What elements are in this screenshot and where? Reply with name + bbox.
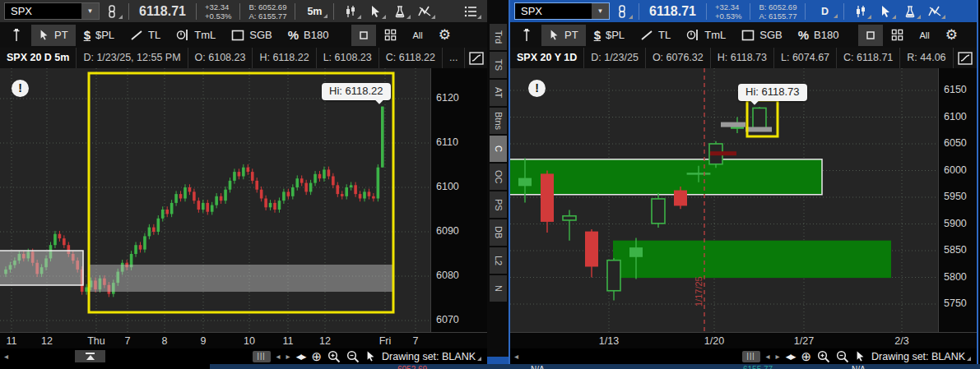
left-time-axis[interactable]: 1112Thu789101112Fri7 xyxy=(0,332,487,348)
settings-button[interactable]: ⚙ xyxy=(938,25,965,46)
sidebar-tab-oc[interactable]: OC xyxy=(490,164,507,190)
timeframe-button[interactable]: D xyxy=(810,2,839,20)
all-label: All xyxy=(919,30,929,40)
tool-profit-loss[interactable]: $ $PL xyxy=(77,25,122,46)
tool-label: SGB xyxy=(249,29,272,41)
scrollbar-grip[interactable]: ||| xyxy=(742,351,760,362)
symbol-value[interactable]: SPX xyxy=(5,3,81,19)
trendline-icon xyxy=(130,30,143,41)
price-tick-label: 6100 xyxy=(944,111,967,122)
pan-icon[interactable]: ◀▶ xyxy=(296,353,306,361)
tool-b180[interactable]: % B180 xyxy=(791,25,847,46)
symbol-input[interactable]: SPX ▼ xyxy=(514,2,610,20)
expand-lower-panel-button[interactable] xyxy=(75,350,105,362)
patterns-button[interactable] xyxy=(922,2,947,21)
tool-pointer[interactable]: PT xyxy=(31,25,76,46)
cursor-tool-button[interactable] xyxy=(363,2,388,21)
drawing-set-selector[interactable]: Drawing set: BLANK xyxy=(871,351,973,362)
sidebar-tab-db[interactable]: DB xyxy=(490,219,507,246)
pan-icon[interactable]: ◀▶ xyxy=(786,353,796,361)
sidebar-tab-n[interactable]: N xyxy=(490,275,507,302)
sidebar-tab-ts[interactable]: TS xyxy=(490,52,507,78)
candle-body xyxy=(354,185,357,194)
grid-icon xyxy=(891,29,903,41)
alert-icon[interactable]: ! xyxy=(12,80,29,97)
studies-button[interactable] xyxy=(898,2,922,21)
candle-body xyxy=(264,199,267,208)
symbol-dropdown-button[interactable]: ▼ xyxy=(81,3,99,19)
sidebar-tab-c[interactable]: C xyxy=(490,136,507,162)
tool-b180[interactable]: % B180 xyxy=(281,25,337,46)
patterns-button[interactable] xyxy=(412,2,437,21)
symbol-dropdown-button[interactable]: ▼ xyxy=(592,3,609,19)
zoom-out-icon[interactable] xyxy=(346,350,360,363)
candle-body xyxy=(179,194,183,198)
link-charts-button[interactable] xyxy=(100,2,124,21)
drawing-set-selector[interactable]: Drawing set: BLANK xyxy=(382,351,483,362)
tool-timeline[interactable]: TmL xyxy=(679,25,733,46)
zoom-in-icon[interactable] xyxy=(327,350,341,363)
divider xyxy=(295,3,295,20)
style-settings-button[interactable] xyxy=(464,48,487,68)
right-price-axis[interactable]: 615061006050600059505900585058005750 xyxy=(938,68,977,332)
chart-style-button[interactable] xyxy=(338,2,363,21)
sidebar-tab-l2[interactable]: L2 xyxy=(490,247,507,274)
cursor-tool-button[interactable] xyxy=(873,2,898,21)
tool-trendline[interactable]: TL xyxy=(123,25,168,46)
sidebar-tab-at[interactable]: AT xyxy=(490,80,507,106)
scroll-left-icon[interactable]: ◂ xyxy=(514,352,518,361)
sidebar-tab-trd[interactable]: Trd xyxy=(490,24,507,50)
left-price-axis[interactable]: 612061106100609060806070 xyxy=(430,68,487,332)
price-tick-label: 6120 xyxy=(436,92,459,104)
zoom-out-icon[interactable] xyxy=(836,350,849,363)
symbol-value[interactable]: SPX xyxy=(515,3,592,19)
symbol-input[interactable]: SPX ▼ xyxy=(4,2,100,20)
grid-view-button[interactable] xyxy=(377,25,404,46)
sidebar-tab-ps[interactable]: PS xyxy=(490,191,507,218)
tool-label: $PL xyxy=(606,29,625,41)
crosshair-icon[interactable]: ⊕ xyxy=(311,349,322,364)
status-more[interactable]: ... xyxy=(443,48,464,68)
left-chart-canvas[interactable] xyxy=(0,68,430,332)
status-high: H: 6118.22 xyxy=(253,48,316,68)
right-time-axis[interactable]: 1/131/201/272/3 xyxy=(510,332,977,348)
style-settings-button[interactable] xyxy=(953,48,977,68)
time-level-icon xyxy=(176,29,189,41)
crosshair-icon[interactable]: ⊕ xyxy=(801,349,811,364)
timeframe-button[interactable]: 5m xyxy=(300,2,329,20)
settings-button[interactable]: ⚙ xyxy=(431,25,458,46)
step-right-icon[interactable]: ▸ xyxy=(286,352,290,361)
tool-sgb[interactable]: SGB xyxy=(224,25,279,46)
pointer-mode-icon[interactable] xyxy=(855,350,866,362)
sidebar-tab-btns[interactable]: Btns xyxy=(490,108,507,134)
left-plot[interactable]: ! Hi: 6118.22 xyxy=(0,68,430,332)
candle-body xyxy=(53,234,57,246)
chart-style-button[interactable] xyxy=(848,2,873,21)
step-right-icon[interactable]: ▸ xyxy=(776,352,780,361)
pin-toolbar-button[interactable] xyxy=(513,25,541,46)
pin-toolbar-button[interactable] xyxy=(2,25,30,46)
link-charts-button[interactable] xyxy=(610,2,634,21)
single-view-button[interactable] xyxy=(858,25,883,46)
step-left-icon[interactable]: ◂ xyxy=(766,352,770,361)
tool-profit-loss[interactable]: $ $PL xyxy=(587,25,632,46)
all-button[interactable]: All xyxy=(405,25,430,46)
alert-icon[interactable]: ! xyxy=(528,80,546,97)
tool-pointer[interactable]: PT xyxy=(541,25,586,46)
pointer-mode-icon[interactable] xyxy=(365,350,376,362)
divider xyxy=(639,3,639,20)
single-view-button[interactable] xyxy=(351,25,376,46)
tool-trendline[interactable]: TL xyxy=(633,25,678,46)
tool-timeline[interactable]: TmL xyxy=(169,25,223,46)
scrollbar-grip[interactable]: ||| xyxy=(253,351,271,362)
grid-view-button[interactable] xyxy=(884,25,911,46)
studies-button[interactable] xyxy=(388,2,412,21)
right-chart-canvas[interactable]: 1/17/25 xyxy=(510,68,938,332)
right-plot[interactable]: 1/17/25 ! Hi: 6118.73 xyxy=(510,68,938,332)
tool-sgb[interactable]: SGB xyxy=(734,25,789,46)
zoom-in-icon[interactable] xyxy=(817,350,830,363)
step-left-icon[interactable]: ◂ xyxy=(276,352,281,361)
scroll-left-icon[interactable]: ◂ xyxy=(4,352,8,361)
all-button[interactable]: All xyxy=(912,25,936,46)
chart-menu-button[interactable] xyxy=(458,2,483,21)
